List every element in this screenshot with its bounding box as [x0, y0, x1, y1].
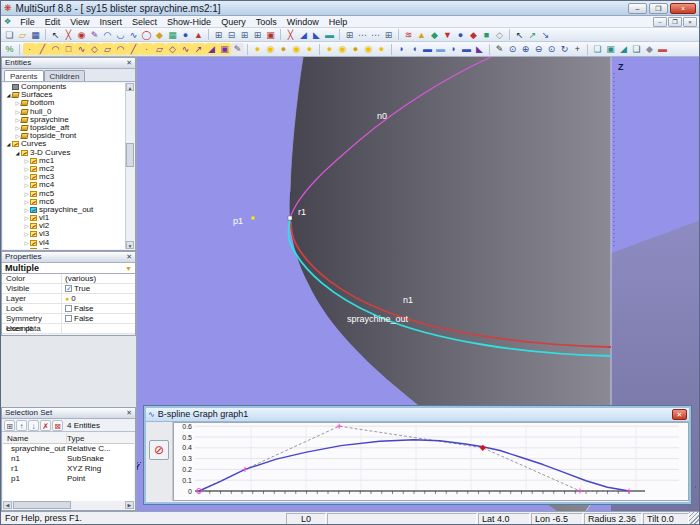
offsets-icon[interactable]: %: [3, 43, 16, 55]
diamond-gray-icon[interactable]: ◇: [493, 29, 506, 41]
view-top-icon[interactable]: ▬: [434, 43, 447, 55]
ccurve-tool-icon[interactable]: ◇: [88, 43, 101, 55]
copy-5-icon[interactable]: ◆: [643, 43, 656, 55]
erase-icon[interactable]: ╳: [284, 29, 297, 41]
remove-entity-icon[interactable]: ✗: [40, 420, 51, 431]
pick-green-icon[interactable]: ↗: [526, 29, 539, 41]
tree-item-mc5[interactable]: ▷mc5: [3, 189, 125, 197]
property-value[interactable]: ●0: [62, 294, 135, 303]
tree-item-vl4[interactable]: ▷vl4: [3, 239, 125, 247]
selected-control-point[interactable]: [480, 445, 486, 451]
tab-parents[interactable]: Parents: [4, 70, 44, 81]
copy-2-icon[interactable]: ▣: [604, 43, 617, 55]
dot-blue-icon[interactable]: ●: [454, 29, 467, 41]
copy-1-icon[interactable]: ❏: [591, 43, 604, 55]
circle-icon[interactable]: ◯: [140, 29, 153, 41]
collapsed-arrow-icon[interactable]: ▷: [23, 222, 30, 230]
rect-tool-icon[interactable]: □: [62, 43, 75, 55]
close-icon[interactable]: ✕: [126, 252, 132, 262]
property-value[interactable]: (various): [62, 274, 135, 283]
expanded-arrow-icon[interactable]: ◢: [5, 140, 12, 148]
3d-viewport[interactable]: n0 p1 r1 n1 spraychine_out Z x Y ∿ B-spl…: [137, 57, 700, 511]
scroll-left-icon[interactable]: ◀: [3, 501, 12, 509]
rotate-left-icon[interactable]: ◢: [297, 29, 310, 41]
mirror-tool-icon[interactable]: ◢: [205, 43, 218, 55]
collapsed-arrow-icon[interactable]: ▷: [23, 206, 30, 214]
title-bar[interactable]: ❋ MultiSurf 8.8 - [ sy15 blister spraych…: [1, 1, 699, 16]
selection-grid-icon[interactable]: ⊞: [4, 420, 15, 431]
copy-4-icon[interactable]: ❏: [630, 43, 643, 55]
scroll-thumb[interactable]: [126, 143, 134, 167]
collapsed-arrow-icon[interactable]: ▷: [23, 157, 30, 165]
diamond-red-icon[interactable]: ◆: [467, 29, 480, 41]
sweep-tool-icon[interactable]: ▱: [153, 43, 166, 55]
property-value[interactable]: False: [62, 304, 135, 313]
layer-bulb-icon[interactable]: ●: [65, 294, 69, 303]
waves-icon[interactable]: ≋: [402, 29, 415, 41]
arc-up-icon[interactable]: ◠: [101, 29, 114, 41]
save-icon[interactable]: ▦: [29, 29, 42, 41]
minimize-button[interactable]: –: [628, 3, 647, 14]
rotate-right-icon[interactable]: ◣: [310, 29, 323, 41]
line2-tool-icon[interactable]: ╱: [127, 43, 140, 55]
pen-icon[interactable]: ✎: [88, 29, 101, 41]
dots-2-icon[interactable]: ⋯: [369, 29, 382, 41]
zoom-in-icon[interactable]: ⊕: [519, 43, 532, 55]
close-icon[interactable]: ✕: [672, 409, 687, 420]
menu-select[interactable]: Select: [127, 17, 162, 27]
pick-blue-icon[interactable]: ↘: [539, 29, 552, 41]
tree-item-bottom[interactable]: ▷bottom: [3, 99, 125, 107]
zoom-out-icon[interactable]: ⊖: [532, 43, 545, 55]
tree-item-vl5[interactable]: ▷vl5: [3, 247, 125, 249]
menu-window[interactable]: Window: [282, 17, 324, 27]
graph-title-bar[interactable]: ∿ B-spline Graph graph1 ✕: [146, 408, 689, 422]
square-green-icon[interactable]: ■: [480, 29, 493, 41]
maximize-button[interactable]: ❐: [649, 3, 668, 14]
pointer-icon[interactable]: ↖: [49, 29, 62, 41]
tree-item-vl3[interactable]: ▷vl3: [3, 230, 125, 238]
tree-item-mc1[interactable]: ▷mc1: [3, 157, 125, 165]
tree-item-3-D Curves[interactable]: ◢3-D Curves: [3, 149, 125, 157]
triangle-icon[interactable]: ▲: [192, 29, 205, 41]
collapsed-arrow-icon[interactable]: ▷: [23, 214, 30, 222]
collapsed-arrow-icon[interactable]: ▷: [23, 198, 30, 206]
window-2-icon[interactable]: ⊟: [225, 29, 238, 41]
selection-row-r1[interactable]: r1XYZ Ring: [3, 464, 134, 474]
bulb2-hide-icon[interactable]: ●: [349, 43, 362, 55]
tree-item-mc4[interactable]: ▷mc4: [3, 181, 125, 189]
checkbox-icon[interactable]: [65, 315, 72, 322]
collapsed-arrow-icon[interactable]: ▷: [23, 173, 30, 181]
proj-tool-icon[interactable]: ↗: [192, 43, 205, 55]
tree-item-mc2[interactable]: ▷mc2: [3, 165, 125, 173]
point-tool-icon[interactable]: ·: [23, 43, 36, 55]
bulb-sel-icon[interactable]: ●: [303, 43, 316, 55]
arc2-tool-icon[interactable]: ◠: [114, 43, 127, 55]
bulb2-sel-icon[interactable]: ●: [375, 43, 388, 55]
mesh-icon[interactable]: ▦: [166, 29, 179, 41]
selection-row-n1[interactable]: n1SubSnake: [3, 454, 134, 464]
bulb-invert-icon[interactable]: ◉: [290, 43, 303, 55]
menu-show-hide[interactable]: Show-Hide: [162, 17, 216, 27]
window-1-icon[interactable]: ⊞: [212, 29, 225, 41]
entities-tree[interactable]: Components◢Surfaces▷bottom▷hull_0▷sprayc…: [3, 83, 125, 249]
copy-3-icon[interactable]: ◢: [617, 43, 630, 55]
scroll-thumb[interactable]: [13, 501, 71, 509]
collapsed-arrow-icon[interactable]: ▷: [23, 239, 30, 247]
bcurve-tool-icon[interactable]: ∿: [75, 43, 88, 55]
property-value[interactable]: ✓True: [62, 284, 135, 293]
menu-file[interactable]: File: [15, 17, 40, 27]
checkbox-icon[interactable]: [65, 305, 72, 312]
menu-view[interactable]: View: [65, 17, 94, 27]
delete-icon[interactable]: ╳: [62, 29, 75, 41]
resize-grip[interactable]: [689, 512, 699, 525]
bulb-hide-icon[interactable]: ●: [277, 43, 290, 55]
bulb2-show-icon[interactable]: ◉: [336, 43, 349, 55]
tree-item-vl1[interactable]: ▷vl1: [3, 214, 125, 222]
arc-tool-icon[interactable]: ◠: [49, 43, 62, 55]
view-iso-icon[interactable]: ◣: [473, 43, 486, 55]
tree-scrollbar[interactable]: ▲ ▼: [125, 83, 134, 249]
copy-6-icon[interactable]: ▬: [656, 43, 669, 55]
new-file-icon[interactable]: ❏: [3, 29, 16, 41]
surface-tool-icon[interactable]: ◆: [153, 29, 166, 41]
line-tool-icon[interactable]: ╱: [36, 43, 49, 55]
